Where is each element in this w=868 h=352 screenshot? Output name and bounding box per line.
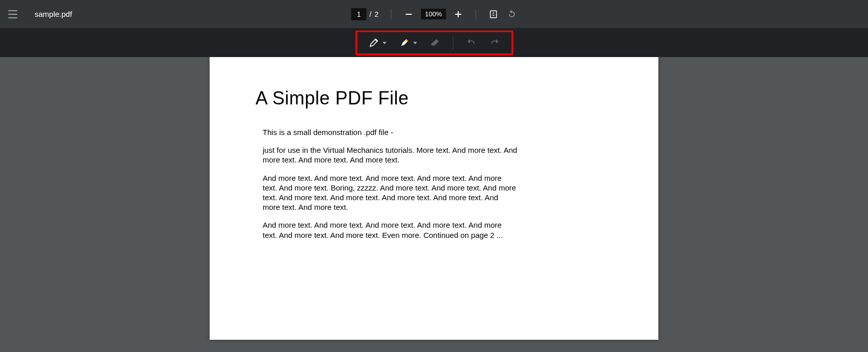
plus-icon: [454, 11, 462, 18]
zoom-out-button[interactable]: [403, 9, 414, 19]
pen-icon: [368, 37, 379, 48]
separator: [475, 9, 476, 19]
paragraph: just for use in the Virtual Mechanics tu…: [263, 145, 518, 165]
highlighter-tool-button[interactable]: [399, 37, 417, 48]
minus-icon: [405, 11, 412, 18]
svg-rect-3: [490, 11, 496, 18]
fit-page-icon: [489, 10, 498, 19]
annotation-tools-group: [357, 33, 512, 52]
paragraph: This is a small demonstration .pdf file …: [263, 127, 518, 137]
zoom-controls: 100%: [403, 9, 463, 19]
zoom-in-button[interactable]: [453, 9, 463, 19]
zoom-level-display[interactable]: 100%: [421, 9, 446, 19]
eraser-icon: [429, 37, 441, 48]
chevron-down-icon: [413, 42, 417, 44]
pdf-page: A Simple PDF File This is a small demons…: [210, 57, 658, 340]
page-title: A Simple PDF File: [256, 88, 607, 109]
page-total: 2: [374, 10, 378, 18]
svg-rect-2: [457, 11, 458, 17]
document-filename: sample.pdf: [35, 10, 72, 18]
rotate-button[interactable]: [506, 9, 517, 19]
page-navigator: / 2: [351, 8, 379, 20]
separator: [391, 9, 391, 19]
annotation-highlight-box: [355, 31, 513, 55]
undo-button[interactable]: [466, 37, 477, 48]
pen-tool-button[interactable]: [368, 37, 387, 48]
separator: [453, 36, 453, 49]
annotation-toolbar: [0, 29, 868, 57]
page-separator: /: [370, 10, 372, 18]
eraser-tool-button[interactable]: [429, 37, 441, 48]
paragraph: And more text. And more text. And more t…: [263, 220, 518, 239]
redo-button[interactable]: [489, 37, 500, 48]
main-toolbar: sample.pdf / 2 100%: [0, 0, 868, 29]
undo-icon: [466, 37, 477, 48]
menu-button[interactable]: [8, 8, 20, 20]
paragraph: And more text. And more text. And more t…: [263, 173, 518, 212]
redo-icon: [489, 37, 500, 48]
page-number-input[interactable]: [351, 8, 367, 20]
chevron-down-icon: [382, 42, 387, 44]
highlighter-icon: [399, 37, 410, 48]
document-viewport[interactable]: A Simple PDF File This is a small demons…: [0, 57, 868, 352]
fit-to-page-button[interactable]: [488, 9, 498, 19]
center-controls: / 2 100%: [351, 8, 517, 20]
svg-rect-0: [405, 14, 412, 15]
rotate-ccw-icon: [506, 9, 517, 19]
